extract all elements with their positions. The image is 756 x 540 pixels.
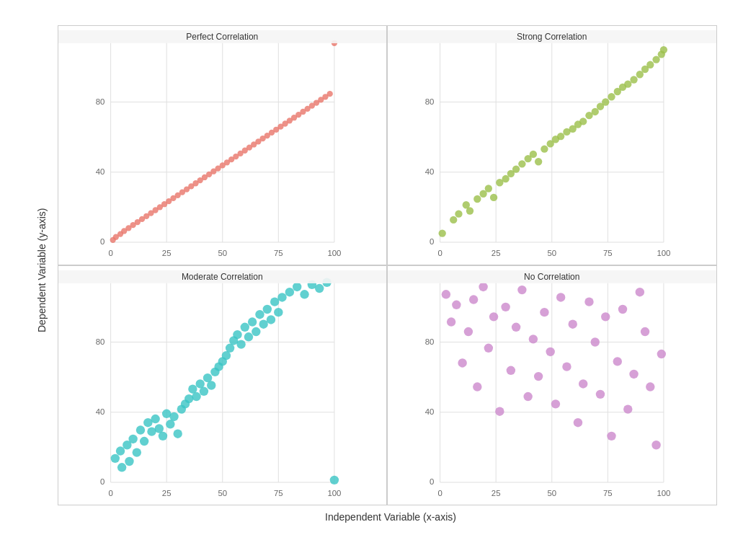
svg-point-149 <box>135 425 144 434</box>
svg-point-86 <box>450 216 457 223</box>
svg-point-231 <box>546 347 554 355</box>
svg-point-109 <box>579 118 587 125</box>
svg-point-245 <box>623 404 632 413</box>
svg-point-175 <box>233 329 241 338</box>
svg-text:100: 100 <box>327 248 341 257</box>
chart-container: Dependent Variable (y-axis) Perfect Corr… <box>32 18 724 523</box>
svg-point-176 <box>236 340 245 348</box>
svg-point-250 <box>652 441 660 449</box>
svg-text:40: 40 <box>425 167 435 175</box>
svg-point-190 <box>300 290 308 298</box>
svg-point-182 <box>259 319 267 328</box>
svg-point-192 <box>315 283 324 292</box>
svg-point-242 <box>607 431 615 440</box>
svg-point-142 <box>110 453 119 462</box>
svg-point-85 <box>439 229 446 236</box>
svg-point-101 <box>535 158 542 165</box>
svg-point-90 <box>473 195 481 202</box>
svg-point-213 <box>447 317 455 326</box>
svg-point-124 <box>660 45 667 53</box>
svg-point-180 <box>252 327 260 335</box>
svg-point-148 <box>132 448 141 456</box>
svg-point-222 <box>495 407 504 415</box>
svg-point-247 <box>636 287 644 296</box>
svg-text:0: 0 <box>108 248 112 257</box>
svg-point-238 <box>584 297 593 306</box>
svg-point-236 <box>574 418 582 427</box>
svg-point-249 <box>646 382 654 391</box>
svg-point-164 <box>192 391 200 400</box>
svg-text:80: 80 <box>425 337 435 345</box>
title-perfect: Perfect Correlation <box>58 30 387 43</box>
svg-text:100: 100 <box>327 488 341 497</box>
svg-point-226 <box>517 285 526 293</box>
svg-point-220 <box>484 343 493 352</box>
svg-point-153 <box>151 414 159 422</box>
svg-perfect: 0 25 50 75 100 0 40 80 <box>58 26 387 265</box>
svg-text:0: 0 <box>108 488 112 497</box>
svg-point-225 <box>512 322 520 331</box>
svg-point-147 <box>128 434 137 443</box>
svg-point-102 <box>541 145 548 152</box>
svg-point-118 <box>630 76 637 83</box>
svg-point-234 <box>562 362 571 371</box>
svg-text:75: 75 <box>603 488 613 497</box>
svg-point-178 <box>244 332 252 341</box>
svg-text:0: 0 <box>437 488 442 497</box>
svg-point-248 <box>641 327 649 335</box>
svg-point-224 <box>507 366 515 374</box>
svg-text:75: 75 <box>603 248 613 257</box>
svg-text:50: 50 <box>547 248 556 257</box>
svg-point-217 <box>469 295 478 304</box>
svg-point-66 <box>326 90 332 96</box>
svg-point-229 <box>534 371 543 380</box>
svg-point-219 <box>479 282 487 291</box>
svg-point-117 <box>624 80 631 87</box>
svg-point-183 <box>262 304 271 313</box>
title-moderate: Moderate Correlation <box>58 270 387 283</box>
svg-point-97 <box>512 165 520 172</box>
svg-point-184 <box>266 315 275 324</box>
svg-point-189 <box>292 282 301 291</box>
title-none: No Correlation <box>388 270 716 283</box>
svg-point-212 <box>442 290 450 298</box>
svg-point-100 <box>530 150 537 157</box>
svg-text:50: 50 <box>218 248 227 257</box>
svg-text:100: 100 <box>657 488 670 497</box>
svg-text:40: 40 <box>425 407 435 415</box>
svg-none: 0 25 50 75 100 0 40 80 <box>388 266 716 505</box>
svg-point-179 <box>247 317 256 326</box>
svg-point-237 <box>579 379 587 388</box>
panel-perfect: Perfect Correlation 0 <box>58 25 388 265</box>
svg-point-218 <box>473 382 481 391</box>
svg-text:0: 0 <box>437 248 442 257</box>
svg-point-143 <box>115 446 124 455</box>
svg-point-215 <box>458 358 466 367</box>
svg-point-216 <box>464 327 473 335</box>
svg-point-168 <box>207 381 215 389</box>
svg-text:0: 0 <box>99 477 104 486</box>
svg-point-177 <box>240 322 249 331</box>
svg-point-223 <box>501 302 510 311</box>
svg-point-150 <box>139 436 148 445</box>
panel-none: No Correlation 0 25 50 7 <box>387 265 717 505</box>
svg-point-235 <box>569 319 577 328</box>
svg-strong: 0 25 50 75 100 0 40 80 <box>388 26 716 265</box>
svg-point-230 <box>540 307 548 316</box>
svg-text:40: 40 <box>95 407 104 415</box>
svg-text:75: 75 <box>274 488 283 497</box>
svg-point-87 <box>455 210 462 217</box>
svg-point-158 <box>169 412 178 420</box>
panel-strong: Strong Correlation 0 25 50 <box>387 25 717 265</box>
svg-text:25: 25 <box>492 248 501 257</box>
svg-text:25: 25 <box>492 488 501 497</box>
svg-text:0: 0 <box>99 237 104 246</box>
svg-text:50: 50 <box>547 488 556 497</box>
svg-point-113 <box>602 98 609 105</box>
svg-point-251 <box>657 349 666 358</box>
svg-point-181 <box>255 310 264 319</box>
svg-point-93 <box>490 193 497 200</box>
svg-point-159 <box>173 429 182 438</box>
svg-moderate: 0 25 50 75 100 0 40 80 <box>58 266 387 505</box>
svg-text:80: 80 <box>95 337 104 345</box>
